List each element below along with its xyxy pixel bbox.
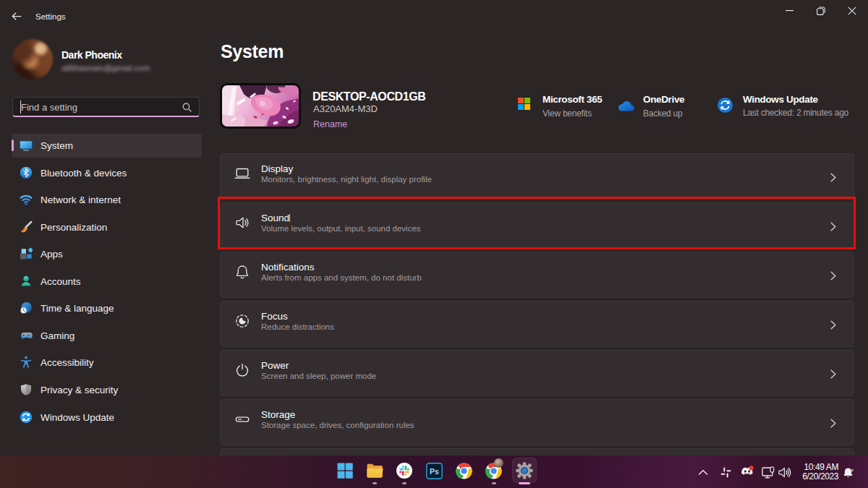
svg-text:Ps: Ps xyxy=(430,467,439,476)
svg-text:z: z xyxy=(851,467,854,472)
